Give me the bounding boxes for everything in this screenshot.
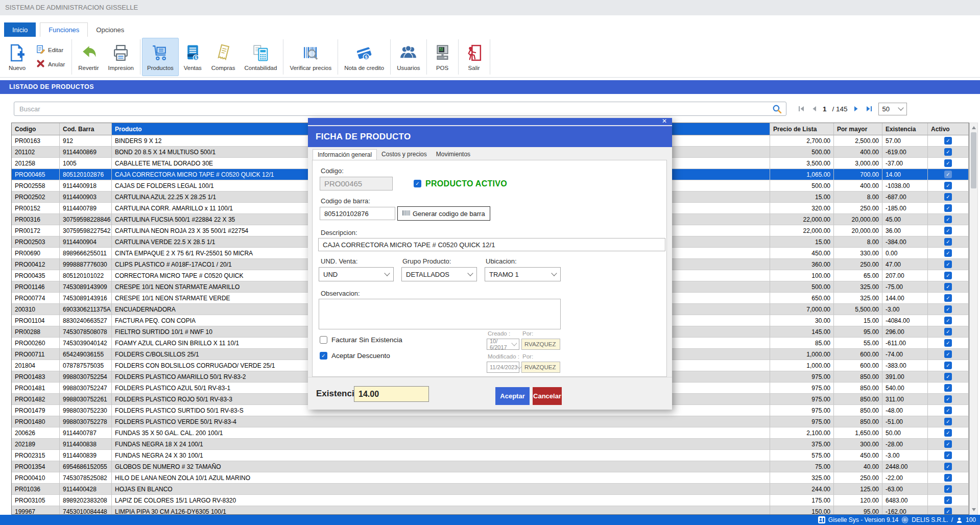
activo-checkbox[interactable]	[944, 137, 952, 145]
activo-checkbox[interactable]	[944, 283, 952, 291]
verificar-precios-button[interactable]: Verificar precios	[285, 37, 336, 77]
activo-checkbox[interactable]	[944, 216, 952, 223]
activo-checkbox[interactable]	[944, 440, 952, 448]
activo-checkbox[interactable]	[944, 317, 952, 324]
table-row[interactable]: PRO013546954686152055GLOBOS DE NUMERO # …	[12, 461, 969, 472]
und-venta-select[interactable]: UND	[319, 267, 394, 281]
activo-checkbox[interactable]	[944, 249, 952, 257]
table-row[interactable]: 2021899114400838FUNDAS NEGRA 18 X 24 100…	[12, 439, 969, 450]
table-row[interactable]: 2006269114400787FUNDAS 35 X 50 GAL. CAL.…	[12, 427, 969, 439]
pos-button[interactable]: POS	[428, 37, 457, 77]
column-header-exist[interactable]: Existencia	[882, 123, 928, 135]
creado-por-field[interactable]	[521, 339, 560, 350]
editar-button[interactable]: Editar	[36, 45, 65, 55]
search-icon[interactable]	[768, 104, 786, 114]
table-row[interactable]: PRO031058989202383208LAPIZ DE COLORES 15…	[12, 495, 969, 506]
tab-funciones[interactable]: Funciones	[40, 22, 88, 37]
ubicacion-select[interactable]: TRAMO 1	[485, 267, 561, 281]
facturar-sin-existencia-checkbox[interactable]	[320, 336, 327, 344]
first-page-icon[interactable]	[798, 105, 805, 112]
productos-button[interactable]: Productos	[142, 38, 179, 76]
cancelar-button[interactable]: Cancelar	[533, 387, 562, 405]
activo-checkbox[interactable]	[944, 508, 952, 515]
observacion-textarea[interactable]	[319, 299, 561, 329]
tab-costos-y-precios[interactable]: Costos y precios	[377, 149, 432, 160]
activo-checkbox[interactable]	[944, 328, 952, 336]
vertical-scrollbar[interactable]	[969, 123, 978, 515]
scrollbar-thumb[interactable]	[971, 132, 976, 188]
scroll-down-arrow-icon[interactable]	[972, 508, 976, 511]
revertir-button[interactable]: Revertir	[74, 37, 103, 77]
ventas-button[interactable]: $ Ventas	[179, 37, 207, 77]
search-input[interactable]	[14, 105, 768, 113]
activo-checkbox[interactable]	[944, 294, 952, 302]
aceptar-descuento-checkbox[interactable]	[320, 352, 327, 360]
modificado-date-select[interactable]: 11/24/2023	[487, 362, 519, 373]
activo-checkbox[interactable]	[944, 429, 952, 437]
aceptar-button[interactable]: Aceptar	[495, 387, 530, 405]
activo-checkbox[interactable]	[944, 339, 952, 347]
contabilidad-button[interactable]: Contabilidad	[240, 37, 281, 77]
next-page-icon[interactable]	[853, 105, 859, 112]
activo-checkbox[interactable]	[944, 193, 952, 201]
codigo-barra-field[interactable]	[320, 207, 395, 220]
activo-checkbox[interactable]	[944, 182, 952, 189]
generar-codigo-barra-button[interactable]: Generar codigo de barra	[397, 206, 490, 221]
table-row[interactable]: PRO014809988030752278FOLDERS PLASTICO VE…	[12, 416, 969, 427]
activo-checkbox[interactable]	[944, 485, 952, 493]
creado-date-select[interactable]: 10/ 6/2017	[487, 339, 519, 350]
activo-checkbox[interactable]	[944, 272, 952, 279]
anular-button[interactable]: Anular	[36, 59, 65, 69]
last-page-icon[interactable]	[865, 105, 873, 112]
activo-checkbox[interactable]	[944, 474, 952, 482]
column-header-mayor[interactable]: Por mayor	[834, 123, 882, 135]
tab-informacion-general[interactable]: Información general	[313, 149, 377, 160]
activo-checkbox[interactable]	[944, 159, 952, 167]
table-row[interactable]: PRO004107453078525082HILO DE LANA NEON Z…	[12, 472, 969, 484]
current-page[interactable]: 1	[823, 105, 827, 113]
activo-checkbox[interactable]	[944, 496, 952, 504]
prev-page-icon[interactable]	[811, 105, 817, 112]
nuevo-button[interactable]: Nuevo	[3, 37, 31, 77]
existencia-field[interactable]	[354, 386, 429, 402]
aceptar-descuento-row[interactable]: Aceptar Descuento	[320, 352, 390, 360]
salir-button[interactable]: Salir	[460, 37, 488, 77]
tab-inicio[interactable]: Inicio	[4, 22, 36, 37]
table-row[interactable]: PRO023159114400839FUNDAS NEGRA 24 X 30 1…	[12, 450, 969, 461]
column-header-activo[interactable]: Activo	[928, 123, 969, 135]
table-row[interactable]: 1999677453010084448LIMPIA PIPA 30 CM A12…	[12, 506, 969, 515]
grupo-producto-select[interactable]: DETALLADOS	[401, 267, 477, 281]
column-header-precio[interactable]: Precio de Lista	[770, 123, 834, 135]
activo-checkbox[interactable]	[944, 171, 952, 178]
activo-checkbox[interactable]	[944, 238, 952, 246]
scroll-up-arrow-icon[interactable]	[972, 126, 976, 129]
modificado-por-field[interactable]	[521, 362, 560, 373]
close-icon[interactable]: ✕	[662, 117, 667, 125]
activo-checkbox[interactable]	[944, 350, 952, 358]
page-size-select[interactable]: 50	[878, 103, 907, 115]
activo-checkbox[interactable]	[944, 463, 952, 470]
table-row[interactable]: PR010369114400428HOJAS EN BLANCO244.0012…	[12, 484, 969, 495]
activo-checkbox[interactable]	[944, 418, 952, 425]
tab-movimientos[interactable]: Movimientos	[432, 149, 475, 160]
activo-checkbox[interactable]	[944, 384, 952, 392]
activo-checkbox[interactable]	[944, 204, 952, 212]
activo-checkbox[interactable]	[944, 451, 952, 459]
nota-credito-button[interactable]: $ Nota de credito	[340, 37, 389, 77]
usuarios-button[interactable]: Usuarios	[392, 37, 424, 77]
activo-checkbox[interactable]	[944, 395, 952, 403]
facturar-sin-existencia-row[interactable]: Facturar Sin Existencia	[320, 336, 402, 344]
activo-checkbox[interactable]	[944, 148, 952, 156]
activo-checkbox[interactable]	[944, 305, 952, 313]
tab-opciones[interactable]: Opciones	[88, 22, 132, 37]
column-header-barra[interactable]: Cod. Barra	[60, 123, 112, 135]
producto-activo-checkbox[interactable]	[414, 180, 421, 187]
descripcion-field[interactable]	[318, 238, 665, 251]
compras-button[interactable]: Compras	[207, 37, 240, 77]
activo-checkbox[interactable]	[944, 362, 952, 369]
activo-checkbox[interactable]	[944, 373, 952, 380]
activo-checkbox[interactable]	[944, 407, 952, 414]
activo-checkbox[interactable]	[944, 227, 952, 234]
impresion-button[interactable]: Impresion	[104, 37, 139, 77]
column-header-codigo[interactable]: Codigo	[12, 123, 60, 135]
